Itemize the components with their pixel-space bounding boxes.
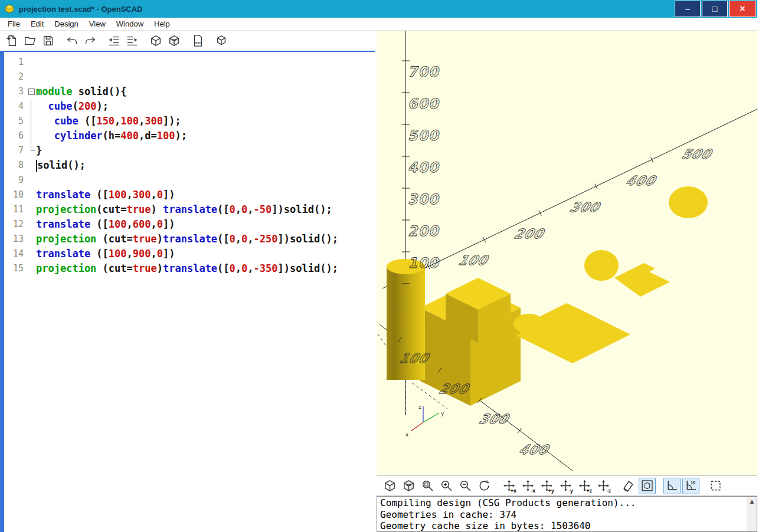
view-all-button[interactable] <box>707 478 724 494</box>
code-token: , <box>115 114 120 129</box>
toolbar-group <box>620 478 656 494</box>
fold-guide <box>28 202 36 217</box>
code-token: ]) <box>163 247 175 261</box>
axis-scale-label: 200 <box>407 222 442 239</box>
code-line: cube ([150,100,300]); <box>28 114 375 129</box>
menu-edit[interactable]: Edit <box>25 18 49 31</box>
line-number: 14 <box>4 247 28 261</box>
preview-button[interactable] <box>381 478 398 494</box>
preview-button[interactable] <box>148 32 164 49</box>
axis-scale-label: 300 <box>407 191 442 208</box>
open-button[interactable] <box>22 32 38 49</box>
line-number: 7 <box>4 143 28 158</box>
axis-scale-label: 300 <box>567 199 605 215</box>
orthogonal-button[interactable] <box>639 478 656 494</box>
code-token: 100 <box>109 247 127 261</box>
console-scrollbar[interactable]: ▲ <box>747 497 757 531</box>
code-token: 600 <box>133 217 151 232</box>
render-button[interactable] <box>166 32 182 49</box>
code-token: 150 <box>96 114 115 129</box>
zoom-frame-icon <box>421 479 434 492</box>
viewport-canvas[interactable]: z y x 7006005004003002001001002003004005… <box>377 31 757 475</box>
3d-viewport[interactable]: z y x 7006005004003002001001002003004005… <box>377 31 757 475</box>
view-plus-x-button[interactable]: +x <box>501 478 518 494</box>
fold-guide <box>28 158 36 173</box>
new-button[interactable] <box>4 32 20 49</box>
code-token: , <box>127 188 133 202</box>
view-minus-z-button[interactable]: -z <box>595 478 612 494</box>
fold-guide <box>28 247 36 261</box>
code-token: ([ <box>217 261 229 276</box>
zoom-out-icon <box>459 479 472 492</box>
show-scale-markers-button[interactable]: 10 <box>682 478 699 494</box>
toolbar-group <box>64 32 99 49</box>
menu-file[interactable]: File <box>2 18 25 31</box>
code-token: translate <box>36 217 90 232</box>
window-controls: – □ × <box>675 1 756 17</box>
axis-view-label: -y <box>568 488 573 494</box>
code-editor[interactable]: module solid(){ cube(200); cube ([150,10… <box>28 52 375 532</box>
code-line: projection (cut=true)translate([0,0,-350… <box>28 261 375 276</box>
toolbar-group <box>106 32 140 49</box>
minimize-button[interactable]: – <box>675 1 701 17</box>
scroll-up-icon[interactable]: ▲ <box>747 497 757 506</box>
gizmo-x-label: x <box>405 432 409 438</box>
unindent-button[interactable] <box>106 32 122 49</box>
menu-window[interactable]: Window <box>111 18 149 31</box>
line-number: 13 <box>4 232 28 247</box>
line-number: 1 <box>4 55 28 70</box>
code-token: projection <box>36 232 96 247</box>
code-token: ]) <box>163 217 175 232</box>
console-log: Compiling design (CSG Products generatio… <box>380 497 745 531</box>
zoom-out-button[interactable] <box>457 478 474 494</box>
code-token: 100 <box>157 129 175 143</box>
redo-button[interactable] <box>82 32 99 49</box>
zoom-in-button[interactable] <box>438 478 455 494</box>
menu-help[interactable]: Help <box>149 18 175 31</box>
menu-view[interactable]: View <box>84 18 111 31</box>
minimize-icon: – <box>685 4 690 14</box>
view-plus-y-button[interactable]: +y <box>538 478 555 494</box>
code-token: -250 <box>254 232 278 247</box>
zoom-in-icon <box>440 479 453 492</box>
code-token: 300 <box>133 188 151 202</box>
undo-button[interactable] <box>64 32 80 49</box>
code-token: 0 <box>241 202 247 217</box>
code-token: , <box>151 247 157 261</box>
code-token: , <box>151 188 157 202</box>
fold-marker-icon[interactable] <box>28 84 36 99</box>
code-token: , <box>247 202 253 217</box>
indent-button[interactable] <box>124 32 140 49</box>
code-token: ]); <box>163 114 181 129</box>
indent-icon <box>126 34 139 47</box>
code-line: solid(); <box>28 158 375 173</box>
code-token: , <box>127 217 133 232</box>
code-token: cube <box>48 99 72 114</box>
view-minus-x-button[interactable]: -x <box>519 478 537 494</box>
toolbar-group <box>381 478 493 494</box>
code-token: ); <box>175 129 187 143</box>
perspective-button[interactable] <box>620 478 637 494</box>
code-token: (cut= <box>96 232 132 247</box>
line-number: 11 <box>4 202 28 217</box>
render-button[interactable] <box>400 478 417 494</box>
code-token: cube <box>54 114 79 129</box>
show-axes-button[interactable] <box>663 478 681 494</box>
axis-scale-label: 400 <box>407 159 442 176</box>
view-minus-y-button[interactable]: -y <box>557 478 574 494</box>
zoom-all-button[interactable] <box>419 478 436 494</box>
fold-guide <box>28 232 36 247</box>
openscad-window: projection test.scad* - OpenSCAD – □ × F… <box>0 0 762 532</box>
close-button[interactable]: × <box>729 1 756 17</box>
render-cube-icon <box>168 34 181 47</box>
axis-view-label: -z <box>607 488 611 494</box>
maximize-button[interactable]: □ <box>702 1 728 17</box>
save-button[interactable] <box>40 32 57 49</box>
view-plus-z-button[interactable]: +z <box>576 478 593 494</box>
print-button[interactable] <box>213 32 230 49</box>
menu-design[interactable]: Design <box>49 18 83 31</box>
axis-scale-label: 400 <box>623 173 661 188</box>
reset-view-button[interactable] <box>476 478 493 494</box>
export-stl-button[interactable]: STL <box>189 32 206 49</box>
code-token: , <box>151 217 157 232</box>
